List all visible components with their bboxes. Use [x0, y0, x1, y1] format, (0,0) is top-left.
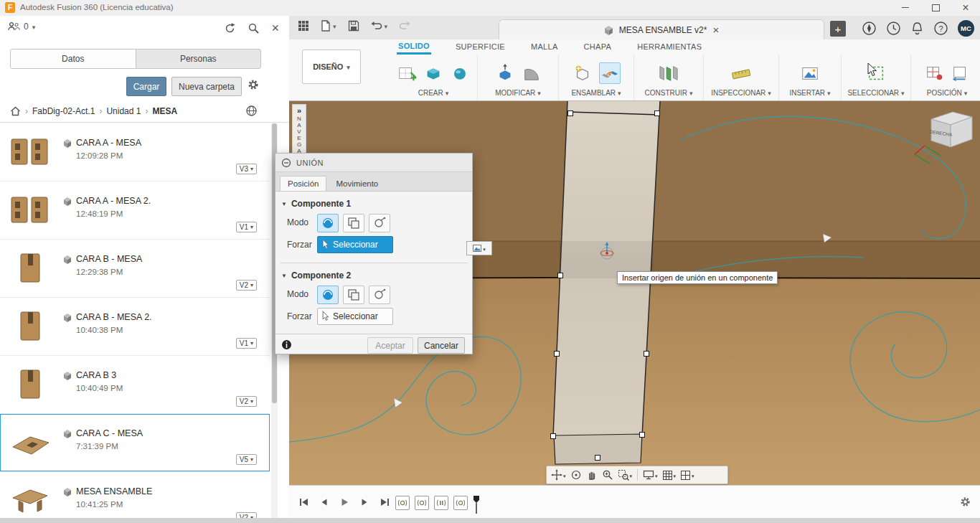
upload-button[interactable]: Cargar	[126, 77, 166, 96]
file-menu-button[interactable]	[321, 20, 336, 32]
group-label-crear[interactable]: CREAR	[418, 89, 449, 97]
app-grid-icon[interactable]	[298, 20, 309, 32]
new-folder-button[interactable]: Nueva carpeta	[171, 77, 242, 96]
go-to-end-button[interactable]	[377, 494, 392, 510]
hand-tool-button[interactable]	[585, 468, 599, 481]
tab-superficie[interactable]: SUPERFICIE	[454, 41, 507, 53]
group-label-insertar[interactable]: INSERTAR	[789, 89, 830, 97]
mode-simple-button[interactable]	[317, 214, 339, 232]
tab-herramientas[interactable]: HERRAMIENTAS	[636, 41, 703, 53]
go-to-start-button[interactable]	[296, 494, 312, 510]
globe-icon[interactable]	[245, 105, 258, 117]
revolve-sphere-icon[interactable]	[450, 63, 470, 83]
step-forward-button[interactable]	[357, 494, 372, 510]
list-item[interactable]: CARA B - MESA 12:29:38 PM V2	[0, 240, 270, 298]
cancel-button[interactable]: Cancelar	[418, 337, 465, 354]
version-dropdown[interactable]: V2	[236, 512, 257, 518]
pan-tool-button[interactable]	[550, 468, 567, 481]
mode-between-faces-button[interactable]	[343, 286, 364, 304]
refresh-icon[interactable]	[224, 22, 236, 34]
workspace-selector[interactable]: DISEÑO	[302, 50, 361, 84]
insert-image-icon[interactable]	[800, 63, 820, 83]
mode-joint-origin-button[interactable]	[369, 286, 390, 304]
group-label-construir[interactable]: CONSTRUIR	[645, 89, 693, 97]
list-item-selected[interactable]: CARA C - MESA 7:31:39 PM V5	[0, 414, 270, 472]
mode-joint-origin-button[interactable]	[369, 214, 390, 232]
select-component1-button[interactable]: Seleccionar	[317, 236, 393, 253]
info-icon[interactable]	[281, 339, 292, 350]
dialog-tab-posicion[interactable]: Posición	[280, 176, 326, 191]
tab-malla[interactable]: MALLA	[529, 41, 560, 53]
breadcrumb-folder[interactable]: Unidad 1	[106, 106, 141, 116]
document-tab-active[interactable]: MESA ENSAMBLE v2*	[499, 19, 824, 40]
grid-snap-button[interactable]	[661, 469, 678, 481]
list-item[interactable]: CARA B - MESA 2. 10:40:38 PM V1	[0, 298, 270, 356]
extensions-compass-icon[interactable]	[862, 21, 877, 36]
online-users-control[interactable]: 0	[7, 22, 35, 32]
mode-between-faces-button[interactable]	[343, 214, 364, 232]
notifications-bell-icon[interactable]	[910, 21, 924, 36]
timeline-position-marker[interactable]	[473, 496, 480, 514]
tab-datos[interactable]: Datos	[11, 50, 136, 68]
tab-chapa[interactable]: CHAPA	[583, 41, 613, 53]
zoom-tool-button[interactable]	[600, 468, 615, 481]
redo-icon-disabled[interactable]	[399, 21, 410, 31]
dialog-header[interactable]: UNIÓN	[275, 154, 472, 172]
tab-personas[interactable]: Personas	[136, 50, 261, 68]
expand-browser-icon[interactable]	[297, 105, 301, 116]
account-avatar[interactable]: MC	[958, 20, 974, 37]
timeline-settings-gear-icon[interactable]	[959, 496, 971, 508]
group-label-modificar[interactable]: MODIFICAR	[495, 89, 541, 97]
orbit-tool-button[interactable]	[569, 468, 583, 481]
revert-position-icon[interactable]	[951, 63, 971, 83]
viewports-button[interactable]	[679, 469, 696, 481]
breadcrumb-project[interactable]: FabDig-02-Act.1	[32, 106, 95, 116]
mode-simple-button[interactable]	[317, 286, 339, 304]
section-componente-2[interactable]: Componente 2	[281, 270, 351, 281]
press-pull-icon[interactable]	[495, 63, 515, 83]
display-settings-button[interactable]	[641, 469, 659, 481]
step-back-button[interactable]	[316, 494, 332, 510]
version-dropdown[interactable]: V2	[236, 280, 257, 291]
extrude-icon[interactable]	[423, 63, 443, 83]
close-tab-icon[interactable]	[712, 24, 719, 36]
search-icon[interactable]	[248, 22, 260, 34]
home-icon[interactable]	[10, 106, 21, 116]
job-status-icon[interactable]	[886, 21, 901, 36]
new-component-icon[interactable]	[573, 63, 593, 83]
group-label-ensamblar[interactable]: ENSAMBLAR	[571, 89, 621, 97]
new-tab-button[interactable]	[830, 21, 846, 37]
save-icon[interactable]	[348, 20, 359, 32]
maximize-button[interactable]	[921, 0, 950, 15]
group-label-posicion[interactable]: POSICIÓN	[927, 89, 967, 97]
timeline-joint-item[interactable]	[415, 496, 429, 510]
close-window-button[interactable]	[951, 0, 980, 15]
construction-plane-icon[interactable]	[658, 63, 679, 83]
close-panel-icon[interactable]	[271, 22, 279, 34]
collapse-dialog-icon[interactable]	[281, 158, 291, 168]
group-label-seleccionar[interactable]: SELECCIONAR	[847, 89, 904, 97]
capture-position-icon[interactable]	[924, 63, 944, 83]
timeline-slider-joint-item[interactable]	[434, 496, 448, 510]
list-item[interactable]: CARA A - MESA 12:09:28 PM V3	[0, 123, 270, 182]
tab-solido[interactable]: SOLIDO	[397, 40, 431, 55]
list-item[interactable]: MESA ENSAMBLE 10:41:25 PM V2	[0, 472, 270, 518]
minimize-button[interactable]	[891, 0, 920, 15]
create-sketch-icon[interactable]	[397, 63, 417, 83]
snapshot-mini-toolbar[interactable]	[466, 241, 492, 255]
version-dropdown[interactable]: V5	[236, 454, 257, 465]
version-dropdown[interactable]: V1	[236, 338, 257, 349]
undo-button[interactable]	[371, 21, 388, 31]
list-item[interactable]: CARA B 3 10:40:49 PM V2	[0, 356, 270, 414]
settings-gear-icon[interactable]	[247, 78, 260, 91]
browser-panel-collapsed[interactable]: NAVEGADOR	[292, 104, 306, 156]
list-item[interactable]: CARA A - MESA 2. 12:48:19 PM V1	[0, 182, 270, 240]
dialog-tab-movimiento[interactable]: Movimiento	[328, 176, 386, 191]
timeline-joint-item[interactable]	[453, 496, 468, 510]
version-dropdown[interactable]: V2	[236, 396, 257, 407]
select-component2-button[interactable]: Seleccionar	[317, 308, 393, 325]
help-icon[interactable]: ?	[933, 21, 948, 36]
version-dropdown[interactable]: V1	[236, 222, 257, 232]
accept-button[interactable]: Aceptar	[367, 337, 413, 354]
fillet-icon[interactable]	[522, 63, 542, 83]
